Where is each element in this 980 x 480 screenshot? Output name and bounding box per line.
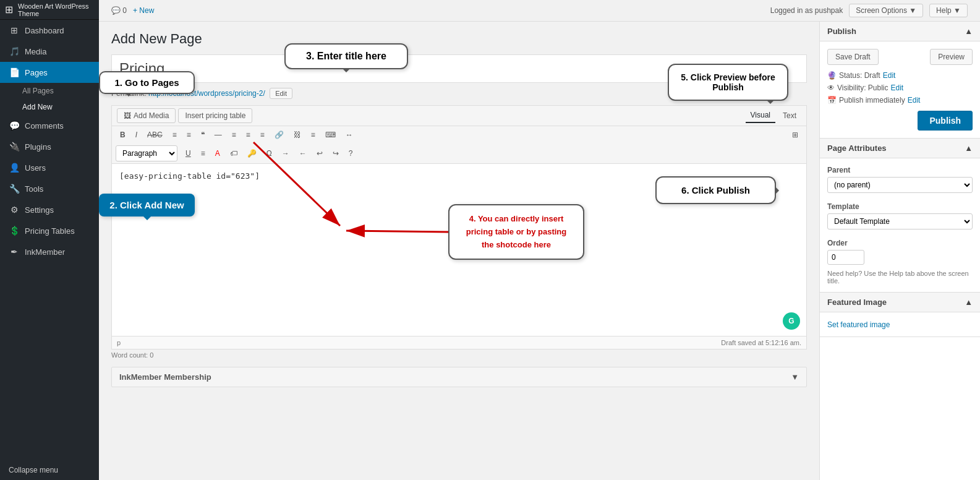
callout-click-add-new-text: 2. Click Add New xyxy=(109,200,184,210)
tools-icon: 🔧 xyxy=(9,184,20,194)
sidebar-item-label: Dashboard xyxy=(25,26,64,35)
sidebar-item-label: Pricing Tables xyxy=(25,226,75,236)
sidebar-item-comments[interactable]: 💬 Comments xyxy=(0,115,99,136)
sidebar-item-pricing-tables[interactable]: 💲 Pricing Tables xyxy=(0,220,99,241)
add-media-icon: 🖼 xyxy=(124,111,131,120)
paragraph-format-select[interactable]: Paragraph xyxy=(116,145,177,161)
callout-go-to-pages: 1. Go to Pages xyxy=(99,71,195,94)
sidebar-subitem-all-pages[interactable]: All Pages xyxy=(0,83,99,99)
toolbar-strikethrough[interactable]: ABC xyxy=(143,128,167,142)
toolbar-hr[interactable]: — xyxy=(210,128,226,142)
add-media-label: Add Media xyxy=(134,111,169,120)
toolbar-bold[interactable]: B xyxy=(116,128,130,142)
toolbar-text-color[interactable]: A xyxy=(211,147,224,160)
visibility-edit-link[interactable]: Edit xyxy=(890,84,903,92)
toolbar-justify[interactable]: ≡ xyxy=(197,147,210,160)
featured-image-panel-header[interactable]: Featured Image ▲ xyxy=(820,293,980,312)
media-icon: 🎵 xyxy=(9,46,20,56)
status-edit-link[interactable]: Edit xyxy=(883,71,896,80)
callout-enter-title-text: 3. Enter title here xyxy=(306,51,386,61)
toolbar-undo[interactable]: ↩ xyxy=(312,147,327,160)
visibility-icon: 👁 xyxy=(827,84,835,92)
sidebar-subitem-add-new[interactable]: Add New xyxy=(0,99,99,115)
order-input[interactable] xyxy=(827,250,864,265)
collapse-menu[interactable]: Collapse menu xyxy=(0,460,99,480)
toolbar-clear-format[interactable]: 🔑 xyxy=(243,147,261,160)
toolbar-indent[interactable]: → xyxy=(278,147,294,160)
toolbar-toggle[interactable]: ⊞ xyxy=(788,128,803,142)
p-tag: p xyxy=(117,339,121,346)
screen-options-button[interactable]: Screen Options ▼ xyxy=(849,4,923,17)
sidebar-item-users[interactable]: 👤 Users xyxy=(0,157,99,178)
callout-click-publish-text: 6. Click Publish xyxy=(681,185,750,195)
toolbar-unlink[interactable]: ⛓ xyxy=(289,128,305,142)
sidebar-item-settings[interactable]: ⚙ Settings xyxy=(0,199,99,220)
toolbar-quote[interactable]: ❝ xyxy=(197,128,209,142)
sidebar-item-label: Pages xyxy=(25,68,48,77)
sidebar-item-dashboard[interactable]: ⊞ Dashboard xyxy=(0,20,99,41)
admin-bar-comments: 💬 0 xyxy=(111,6,127,15)
toolbar-paste-text[interactable]: 🏷 xyxy=(226,147,242,160)
word-count-label: Word count: 0 xyxy=(111,351,153,359)
set-featured-image-link[interactable]: Set featured image xyxy=(827,320,890,329)
toolbar-fullscreen[interactable]: ↔ xyxy=(341,128,357,142)
plugins-icon: 🔌 xyxy=(9,142,20,152)
help-text: Need help? Use the Help tab above the sc… xyxy=(827,270,973,285)
status-row: 🔮 Status: Draft Edit xyxy=(827,71,973,80)
status-icon: 🔮 xyxy=(827,71,837,80)
settings-icon: ⚙ xyxy=(9,205,20,215)
template-select[interactable]: Default Template xyxy=(827,213,973,229)
insert-pricing-table-button[interactable]: Insert pricing table xyxy=(178,108,252,123)
sidebar-item-pages[interactable]: 📄 Pages xyxy=(0,62,99,83)
toolbar-link[interactable]: 🔗 xyxy=(270,128,288,142)
toolbar-underline[interactable]: U xyxy=(181,147,195,160)
toolbar-wp[interactable]: ⌨ xyxy=(321,128,340,142)
toolbar-outdent[interactable]: ← xyxy=(295,147,311,160)
comments-icon: 💬 xyxy=(9,121,20,131)
admin-bar-new[interactable]: + New xyxy=(133,6,154,15)
publish-time-edit-link[interactable]: Edit xyxy=(908,96,921,105)
toolbar-redo[interactable]: ↪ xyxy=(328,147,343,160)
sidebar-item-inkmember[interactable]: ✒ InkMember xyxy=(0,241,99,262)
permalink-edit-button[interactable]: Edit xyxy=(270,88,292,99)
sidebar-item-label: InkMember xyxy=(25,247,65,257)
featured-image-toggle: ▲ xyxy=(965,298,973,307)
callout-insert-pricing-text: 4. You can directly insert pricing table… xyxy=(466,214,567,249)
sidebar-item-tools[interactable]: 🔧 Tools xyxy=(0,178,99,199)
page-attributes-panel-header[interactable]: Page Attributes ▲ xyxy=(820,139,980,158)
shortcode-content: [easy-pricing-table id="623"] xyxy=(119,171,260,181)
toolbar-insert[interactable]: ≡ xyxy=(307,128,320,142)
help-button[interactable]: Help ▼ xyxy=(929,4,968,17)
toolbar-ul[interactable]: ≡ xyxy=(168,128,181,142)
toolbar-special-char[interactable]: Ω xyxy=(262,147,276,160)
toolbar-italic[interactable]: I xyxy=(131,128,142,142)
publish-panel-header[interactable]: Publish ▲ xyxy=(820,22,980,41)
toolbar-align-right[interactable]: ≡ xyxy=(256,128,269,142)
toolbar-ol[interactable]: ≡ xyxy=(182,128,195,142)
logged-in-label: Logged in as pushpak xyxy=(770,6,843,15)
toolbar-align-left[interactable]: ≡ xyxy=(228,128,241,142)
sidebar-item-label: Users xyxy=(25,163,46,173)
publish-time-row: 📅 Publish immediately Edit xyxy=(827,96,973,105)
callout-click-add-new: 2. Click Add New xyxy=(99,194,195,216)
toolbar-align-center[interactable]: ≡ xyxy=(242,128,255,142)
toolbar-help[interactable]: ? xyxy=(344,147,357,160)
sidebar-item-label: Comments xyxy=(25,121,64,131)
pricing-icon: 💲 xyxy=(9,226,20,236)
parent-select[interactable]: (no parent) xyxy=(827,177,973,193)
sidebar-item-media[interactable]: 🎵 Media xyxy=(0,41,99,62)
save-draft-button[interactable]: Save Draft xyxy=(827,49,879,65)
inkmember-membership-bar[interactable]: InkMember Membership ▼ xyxy=(111,367,807,387)
dashboard-icon: ⊞ xyxy=(9,25,20,35)
add-new-label: Add New xyxy=(22,103,53,111)
callout-click-publish: 6. Click Publish xyxy=(655,176,776,204)
sidebar-item-plugins[interactable]: 🔌 Plugins xyxy=(0,136,99,157)
add-media-button[interactable]: 🖼 Add Media xyxy=(117,108,176,123)
inkmember-label: InkMember Membership xyxy=(119,372,211,382)
tab-text[interactable]: Text xyxy=(778,108,801,123)
users-icon: 👤 xyxy=(9,163,20,173)
tab-visual[interactable]: Visual xyxy=(746,108,775,123)
featured-image-title: Featured Image xyxy=(827,298,887,307)
publish-button[interactable]: Publish xyxy=(918,111,973,131)
preview-button[interactable]: Preview xyxy=(930,49,973,65)
